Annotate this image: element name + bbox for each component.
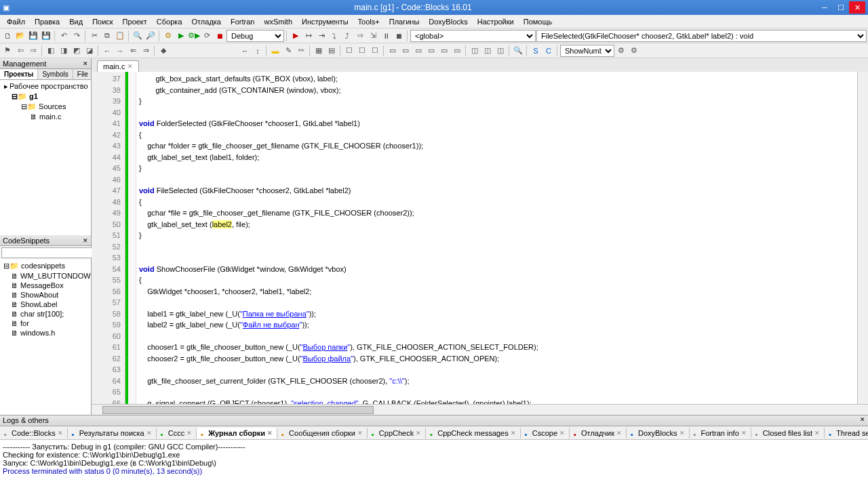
step-instr-icon[interactable]: ⇲	[367, 30, 379, 42]
log-tab[interactable]: ▪Closed files list✕	[751, 428, 825, 439]
run-to-cursor-icon[interactable]: ↦	[302, 30, 315, 42]
break-icon[interactable]: ⏸	[380, 30, 392, 42]
nav-fwd-icon[interactable]: →	[114, 45, 126, 57]
log-tab[interactable]: ▪CppCheck messages✕	[426, 428, 521, 439]
undo-icon[interactable]: ↶	[58, 30, 70, 42]
rebuild-icon[interactable]: ⟳	[201, 30, 213, 42]
tb-icon[interactable]: ▭	[387, 45, 399, 57]
tb-icon[interactable]: ▭	[451, 45, 463, 57]
panel-close-icon[interactable]: ✕	[83, 60, 88, 67]
redo-icon[interactable]: ↷	[71, 30, 83, 42]
scope-select[interactable]: <global>	[410, 30, 536, 42]
menu-отладка[interactable]: Отладка	[188, 16, 225, 27]
tb-s-icon[interactable]: S	[530, 45, 542, 57]
menu-помощь[interactable]: Помощь	[519, 16, 557, 27]
snippet-search-input[interactable]	[1, 247, 99, 258]
save-icon[interactable]: 💾	[27, 30, 39, 42]
copy-icon[interactable]: ⧉	[101, 30, 113, 42]
tab-close-icon[interactable]: ✕	[511, 430, 516, 436]
snippet-item[interactable]: 🗎 for	[1, 319, 90, 328]
tab-close-icon[interactable]: ✕	[416, 430, 421, 436]
snippet-item[interactable]: 🗎 ShowAbout	[1, 290, 90, 300]
build-run-icon[interactable]: ⚙▶	[188, 30, 200, 42]
tb-icon[interactable]: ◪	[83, 45, 96, 57]
minimize-button[interactable]: ─	[816, 1, 833, 14]
tab-close-icon[interactable]: ✕	[814, 430, 820, 436]
tab-close-icon[interactable]: ✕	[267, 430, 273, 436]
open-icon[interactable]: 📂	[14, 30, 26, 42]
highlight-icon[interactable]: ▬	[269, 45, 281, 57]
horizontal-scrollbar[interactable]	[92, 404, 868, 415]
fold-bar[interactable]	[128, 72, 136, 404]
tab-close-icon[interactable]: ✕	[741, 430, 747, 436]
tb-icon[interactable]: ◩	[71, 45, 83, 57]
menu-вид[interactable]: Вид	[65, 16, 87, 27]
log-tab[interactable]: ▪Cscope✕	[521, 428, 570, 439]
tree-file[interactable]: 🗎 main.c	[1, 112, 90, 121]
cut-icon[interactable]: ✂	[88, 30, 100, 42]
menu-doxyblocks[interactable]: DoxyBlocks	[425, 16, 471, 27]
maximize-button[interactable]: ☐	[833, 1, 849, 14]
bookmark-prev-icon[interactable]: ⇦	[14, 45, 26, 57]
paste-icon[interactable]: 📋	[114, 30, 126, 42]
tb-icon[interactable]: ↔	[239, 45, 251, 57]
log-tab[interactable]: ▪CppCheck✕	[368, 428, 426, 439]
snippets-tree[interactable]: ⊟📁 codesnippets 🗎 WM_LBUTTONDOWN🗎 Messag…	[0, 260, 91, 415]
tb-icon[interactable]: ↕	[252, 45, 264, 57]
menu-проект[interactable]: Проект	[119, 16, 151, 27]
tb-icon[interactable]: ◫	[494, 45, 507, 57]
file-tab[interactable]: main.c ✕	[97, 60, 139, 72]
log-tab[interactable]: ▪Code::Blocks✕	[0, 428, 68, 439]
mgmt-tab-проекты[interactable]: Проекты	[0, 69, 38, 79]
log-tab[interactable]: ▪Thread search✕	[825, 428, 868, 439]
aux-select[interactable]: ShowNumber	[560, 45, 614, 57]
mgmt-tab-symbols[interactable]: Symbols	[38, 69, 73, 79]
tb-icon[interactable]: ▤	[326, 45, 338, 57]
tb-icon[interactable]: ◧	[45, 45, 57, 57]
menu-сборка[interactable]: Сборка	[153, 16, 186, 27]
tb-icon[interactable]: ▭	[399, 45, 412, 57]
menu-настройки[interactable]: Настройки	[473, 16, 518, 27]
tab-close-icon[interactable]: ✕	[357, 430, 363, 436]
log-tab[interactable]: ▪Сообщения сборки✕	[277, 428, 368, 439]
symbol-select[interactable]: FileSelected(GtkFileChooser* chooser2, G…	[536, 30, 867, 42]
tab-close-icon[interactable]: ✕	[58, 430, 63, 436]
log-output[interactable]: ----------- Запустить: Debug in g1 (comp…	[0, 440, 868, 488]
tab-close-icon[interactable]: ✕	[616, 430, 622, 436]
snippet-item[interactable]: 🗎 windows.h	[1, 328, 90, 338]
stop-debug-icon[interactable]: ⏹	[393, 30, 405, 42]
tb-icon[interactable]: ✎	[282, 45, 294, 57]
code-editor[interactable]: 3738394041424344454647484950515253545556…	[92, 72, 868, 404]
tab-close-icon[interactable]: ✕	[146, 430, 152, 436]
log-tab[interactable]: ▪Отладчик✕	[570, 428, 627, 439]
debug-run-icon[interactable]: ▶	[290, 30, 302, 42]
replace-icon[interactable]: 🔎	[144, 30, 157, 42]
tab-close-icon[interactable]: ✕	[186, 430, 192, 436]
bookmark-toggle-icon[interactable]: ⚑	[1, 45, 14, 57]
snippet-item[interactable]: 🗎 MessageBox	[1, 281, 90, 290]
nav-jump-icon[interactable]: ⇒	[140, 45, 152, 57]
tb-c-icon[interactable]: C	[542, 45, 555, 57]
tb-icon[interactable]: ▭	[425, 45, 437, 57]
menu-плагины[interactable]: Плагины	[385, 16, 424, 27]
tb-icon[interactable]: ⚙	[628, 45, 640, 57]
save-all-icon[interactable]: 💾	[40, 30, 52, 42]
tb-icon[interactable]: ▦	[313, 45, 325, 57]
log-tab[interactable]: ▪Fortran info✕	[690, 428, 751, 439]
tree-folder[interactable]: ⊟📁 Sources	[1, 102, 90, 112]
snippet-item[interactable]: 🗎 WM_LBUTTONDOWN	[1, 271, 90, 281]
tb-icon[interactable]: ☐	[356, 45, 368, 57]
snippet-item[interactable]: 🗎 char str[100];	[1, 309, 90, 319]
nav-back-icon[interactable]: ←	[101, 45, 113, 57]
menu-поиск[interactable]: Поиск	[88, 16, 117, 27]
tree-workspace[interactable]: ▸Рабочее пространство	[1, 81, 90, 92]
snippet-root[interactable]: ⊟📁 codesnippets	[1, 261, 90, 271]
tb-icon[interactable]: ◫	[481, 45, 494, 57]
build-target-select[interactable]: Debug	[226, 30, 284, 42]
menu-tools+[interactable]: Tools+	[354, 16, 384, 27]
tb-icon[interactable]: ✏	[295, 45, 307, 57]
log-tab[interactable]: ▪DoxyBlocks✕	[627, 428, 689, 439]
tb-icon[interactable]: ◨	[58, 45, 70, 57]
tree-project[interactable]: ⊟📁 g1	[1, 92, 90, 102]
mgmt-tab-file[interactable]: File	[73, 69, 93, 79]
